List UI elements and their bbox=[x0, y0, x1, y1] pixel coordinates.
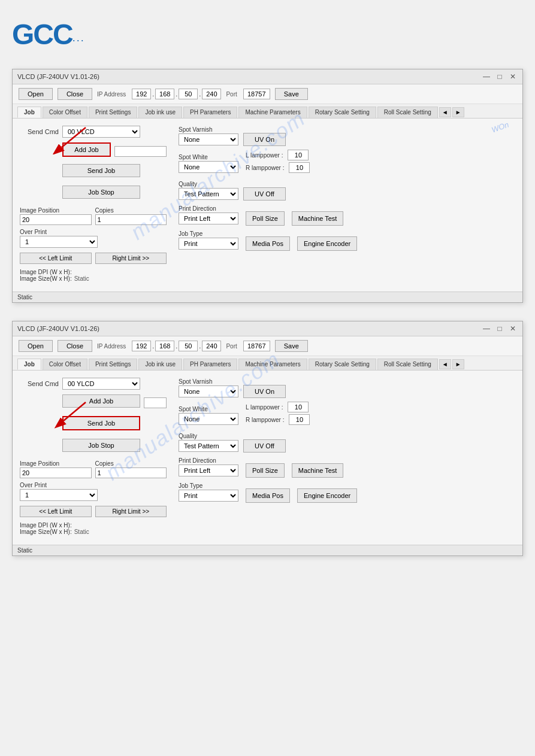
close-btn-2[interactable]: ✕ bbox=[508, 324, 518, 333]
overprint-select-1[interactable]: 1 bbox=[20, 236, 98, 248]
job-type-select-2[interactable]: Print bbox=[179, 490, 238, 502]
minimize-btn-1[interactable]: — bbox=[482, 72, 491, 81]
tab-job-1[interactable]: Job bbox=[17, 107, 41, 118]
tab-print-settings-1[interactable]: Print Settings bbox=[89, 107, 137, 118]
ip-part4-2[interactable] bbox=[202, 341, 221, 351]
job-stop-button-1[interactable]: Job Stop bbox=[62, 186, 140, 199]
tab-machine-params-1[interactable]: Machine Parameters bbox=[238, 107, 307, 118]
gcc-logo-dots: ... bbox=[72, 32, 85, 44]
ip-part2-1[interactable] bbox=[155, 89, 174, 99]
spot-varnish-select-1[interactable]: None bbox=[179, 133, 238, 145]
copies-input-1[interactable] bbox=[95, 214, 167, 225]
tab-job-2[interactable]: Job bbox=[17, 359, 41, 370]
tab-color-offset-2[interactable]: Color Offset bbox=[43, 359, 87, 370]
machine-test-btn-2[interactable]: Machine Test bbox=[292, 463, 344, 478]
engine-enc-btn-2[interactable]: Engine Encoder bbox=[297, 488, 357, 503]
print-dir-select-1[interactable]: Print Left bbox=[179, 212, 238, 224]
right-limit-btn-2[interactable]: Right Limit >> bbox=[95, 506, 167, 517]
job-type-select-1[interactable]: Print bbox=[179, 238, 238, 250]
tab-rotary-scale-1[interactable]: Rotary Scale Setting bbox=[309, 107, 376, 118]
right-panel-2: Spot Varnish None UV On Spot White None bbox=[179, 378, 515, 535]
main-content-2: Send Cmd 00 YLCD Add Job Send Job bbox=[13, 371, 522, 542]
image-pos-copies-row-1: Image Position Copies bbox=[20, 207, 167, 225]
open-button-1[interactable]: Open bbox=[19, 88, 53, 100]
image-pos-input-2[interactable] bbox=[20, 467, 92, 478]
port-input-2[interactable] bbox=[243, 341, 270, 351]
tab-rotary-scale-2[interactable]: Rotary Scale Setting bbox=[309, 359, 376, 370]
quality-select-1[interactable]: Test Pattern bbox=[179, 188, 238, 200]
maximize-btn-2[interactable]: □ bbox=[495, 324, 504, 333]
tab-job-ink-use-2[interactable]: Job ink use bbox=[138, 359, 182, 370]
tab-nav-left-1[interactable]: ◄ bbox=[439, 107, 451, 117]
port-input-1[interactable] bbox=[243, 89, 270, 99]
l-lamp-input-1[interactable] bbox=[288, 150, 309, 160]
image-info-1: Image DPI (W x H): Image Size(W x H): St… bbox=[20, 269, 167, 282]
spot-varnish-select-2[interactable]: None bbox=[179, 385, 238, 397]
ip-part1-2[interactable] bbox=[132, 341, 151, 351]
close-button-1[interactable]: Close bbox=[58, 88, 92, 100]
tab-nav-right-2[interactable]: ► bbox=[452, 359, 464, 369]
ip-part2-2[interactable] bbox=[155, 341, 174, 351]
print-dir-select-2[interactable]: Print Left bbox=[179, 464, 238, 476]
overprint-select-2[interactable]: 1 bbox=[20, 489, 98, 501]
image-pos-input-1[interactable] bbox=[20, 214, 92, 225]
quality-row-1: Quality Test Pattern UV Off bbox=[179, 180, 515, 201]
save-button-2[interactable]: Save bbox=[275, 340, 308, 352]
ip-part1-1[interactable] bbox=[132, 89, 151, 99]
minimize-btn-2[interactable]: — bbox=[482, 324, 491, 333]
poll-size-btn-1[interactable]: Poll Size bbox=[246, 211, 285, 226]
close-button-2[interactable]: Close bbox=[58, 340, 92, 352]
tab-nav-left-2[interactable]: ◄ bbox=[439, 359, 451, 369]
quality-group-2: Quality Test Pattern bbox=[179, 433, 238, 452]
uv-off-btn-2[interactable]: UV Off bbox=[243, 439, 286, 453]
spot-white-select-2[interactable]: None bbox=[179, 413, 238, 425]
open-button-2[interactable]: Open bbox=[19, 340, 53, 352]
machine-test-btn-1[interactable]: Machine Test bbox=[292, 211, 344, 226]
add-job-row-2: Add Job bbox=[20, 394, 167, 411]
engine-enc-btn-1[interactable]: Engine Encoder bbox=[297, 236, 357, 251]
add-job-input-1[interactable] bbox=[114, 146, 167, 157]
add-job-button-2[interactable]: Add Job bbox=[62, 394, 140, 408]
window-2: manualarchive.com VLCD (JF-240UV V1.01-2… bbox=[12, 321, 523, 556]
tab-color-offset-1[interactable]: Color Offset bbox=[43, 107, 87, 118]
tab-job-ink-use-1[interactable]: Job ink use bbox=[138, 107, 182, 118]
tab-roll-scale-2[interactable]: Roll Scale Setting bbox=[377, 359, 438, 370]
maximize-btn-1[interactable]: □ bbox=[495, 72, 504, 81]
send-cmd-select-2[interactable]: 00 YLCD bbox=[62, 378, 140, 390]
tab-ph-params-2[interactable]: PH Parameters bbox=[183, 359, 237, 370]
r-lamp-input-1[interactable] bbox=[289, 162, 310, 173]
left-limit-btn-1[interactable]: << Left Limit bbox=[20, 253, 92, 264]
tab-roll-scale-1[interactable]: Roll Scale Setting bbox=[377, 107, 438, 118]
spot-white-select-1[interactable]: None bbox=[179, 161, 238, 173]
close-btn-1[interactable]: ✕ bbox=[508, 72, 518, 81]
uv-off-btn-1[interactable]: UV Off bbox=[243, 187, 286, 201]
media-pos-btn-1[interactable]: Media Pos bbox=[246, 236, 290, 251]
tab-machine-params-2[interactable]: Machine Parameters bbox=[238, 359, 307, 370]
send-job-button-2[interactable]: Send Job bbox=[62, 416, 140, 430]
ip-part3-1[interactable] bbox=[179, 89, 198, 99]
poll-size-btn-2[interactable]: Poll Size bbox=[246, 463, 285, 478]
tab-print-settings-2[interactable]: Print Settings bbox=[89, 359, 137, 370]
add-job-button-1[interactable]: Add Job bbox=[62, 142, 111, 157]
uv-on-btn-2[interactable]: UV On bbox=[243, 385, 286, 398]
add-job-container-1: Add Job bbox=[20, 142, 167, 160]
ip-part4-1[interactable] bbox=[202, 89, 221, 99]
ip-part3-2[interactable] bbox=[179, 341, 198, 351]
add-job-input-2[interactable] bbox=[144, 397, 167, 408]
quality-select-2[interactable]: Test Pattern bbox=[179, 440, 238, 452]
send-job-button-1[interactable]: Send Job bbox=[62, 164, 140, 177]
conn-bar-2: Open Close IP Address . . . Port Save bbox=[13, 336, 522, 356]
r-lamp-input-2[interactable] bbox=[289, 414, 310, 425]
copies-input-2[interactable] bbox=[95, 467, 167, 478]
job-stop-button-2[interactable]: Job Stop bbox=[62, 439, 140, 452]
send-cmd-select-1[interactable]: 00 VLCD bbox=[62, 126, 140, 138]
l-lamp-input-2[interactable] bbox=[288, 402, 309, 412]
tab-nav-right-1[interactable]: ► bbox=[452, 107, 464, 117]
tab-ph-params-1[interactable]: PH Parameters bbox=[183, 107, 237, 118]
save-button-1[interactable]: Save bbox=[275, 88, 308, 100]
left-limit-btn-2[interactable]: << Left Limit bbox=[20, 506, 92, 517]
uv-on-btn-1[interactable]: UV On bbox=[243, 133, 286, 146]
right-limit-btn-1[interactable]: Right Limit >> bbox=[95, 253, 167, 264]
media-pos-btn-2[interactable]: Media Pos bbox=[246, 488, 290, 503]
image-pos-label-1: Image Position bbox=[20, 207, 92, 214]
